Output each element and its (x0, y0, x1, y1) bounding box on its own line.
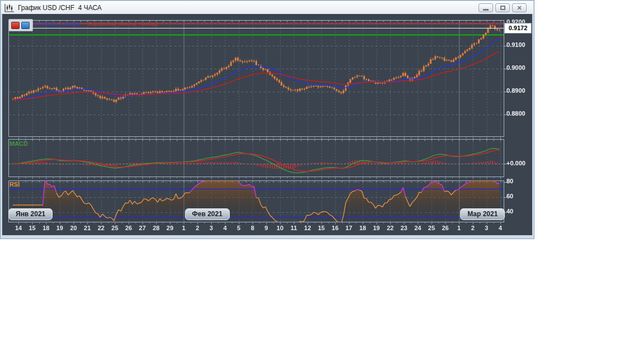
rsi-axis-label: 80 (506, 178, 513, 184)
x-axis-day-label: 25 (111, 225, 118, 231)
minimize-icon (483, 9, 489, 11)
restore-button[interactable] (495, 3, 510, 12)
price-axis-label: 0.9000 (506, 64, 525, 71)
x-axis-day-label: 21 (84, 225, 91, 231)
minimize-button[interactable] (479, 3, 493, 12)
x-axis-day-label: 2 (471, 225, 475, 231)
legend-ema-slow-label: Exponential_Moving_Average (88, 21, 159, 27)
month-box: Янв 2021 (8, 208, 53, 220)
close-icon: ✕ (517, 5, 522, 11)
x-axis-day-label: 22 (387, 225, 394, 231)
x-axis-day-label: 12 (304, 225, 311, 231)
x-axis-day-label: 4 (499, 225, 502, 231)
titlebar[interactable]: График USD /CHF 4 ЧАСА ✕ (1, 1, 533, 15)
x-axis-day-label: 18 (42, 225, 49, 231)
indicator-buttons-toolbar (8, 19, 33, 31)
current-price-label: 0.9172 (504, 23, 532, 34)
rsi-panel-label: RSI (10, 181, 20, 188)
x-axis-day-label: 10 (277, 225, 283, 231)
restore-window-icon (500, 6, 505, 10)
blue-square-indicator-button[interactable] (21, 22, 30, 29)
x-axis-day-label: 9 (264, 225, 268, 231)
x-axis-day-label: 28 (153, 225, 159, 231)
rsi-axis-label: 40 (506, 208, 513, 215)
x-axis-day-label: 26 (125, 225, 132, 231)
month-box: Фев 2021 (185, 208, 230, 220)
x-axis-day-label: 3 (210, 225, 213, 231)
x-axis-day-label: 3 (485, 225, 488, 231)
x-axis-day-label: 24 (414, 225, 421, 231)
x-axis-day-label: 17 (345, 225, 352, 231)
x-axis-day-label: 29 (167, 225, 173, 231)
x-axis-day-label: 15 (318, 225, 325, 231)
price-axis-label: 0.8800 (506, 110, 525, 117)
x-axis-day-label: 1 (182, 225, 185, 231)
x-axis-day-label: 26 (442, 225, 448, 231)
x-axis-day-label: 19 (373, 225, 380, 231)
month-box: Мар 2021 (460, 208, 505, 220)
price-axis-label: 0.8900 (506, 87, 525, 94)
x-axis-day-label: 5 (237, 225, 240, 231)
x-axis-day-label: 4 (223, 225, 226, 231)
macd-zero-label: +0.000 (506, 160, 525, 166)
x-axis-day-label: 20 (70, 225, 77, 231)
x-axis-day-label: 11 (291, 225, 297, 231)
x-axis-day-label: 16 (332, 225, 338, 231)
x-axis-day-label: 23 (401, 225, 408, 231)
x-axis-day-label: 8 (251, 225, 254, 231)
x-axis-day-label: 18 (359, 225, 366, 231)
x-axis-day-label: 22 (98, 225, 105, 231)
window-title: График USD /CHF 4 ЧАСА (18, 4, 102, 12)
x-axis-day-label: 14 (15, 225, 22, 231)
x-axis-day-label: 1 (457, 225, 461, 231)
macd-panel-label: MACD (10, 140, 28, 147)
x-axis-day-label: 27 (139, 225, 146, 231)
rsi-axis-label: 60 (506, 193, 513, 199)
price-axis-label: 0.9100 (506, 41, 525, 48)
candlestick-chart-icon (4, 3, 15, 12)
x-axis-day-label: 19 (56, 225, 63, 231)
x-axis-day-label: 15 (29, 225, 36, 231)
chart-window: График USD /CHF 4 ЧАСА ✕ Exponential_Mov… (0, 0, 534, 239)
chart-canvas[interactable] (2, 14, 532, 235)
close-button[interactable]: ✕ (512, 3, 527, 12)
x-axis-day-label: 2 (196, 225, 199, 231)
x-axis-day-label: 25 (428, 225, 435, 231)
red-square-indicator-button[interactable] (11, 22, 20, 29)
